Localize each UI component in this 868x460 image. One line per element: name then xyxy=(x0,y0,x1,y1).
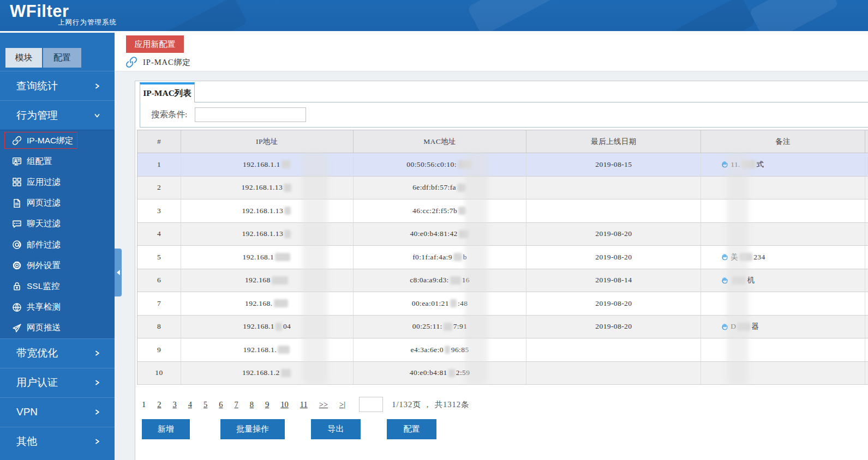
redacted-text xyxy=(278,346,290,354)
column-header: # xyxy=(137,130,181,153)
page-link-7[interactable]: 7 xyxy=(235,400,238,409)
cell-ip-address: 192.168.104 xyxy=(181,316,354,338)
cell-mac-address: 00:50:56:c0:10: xyxy=(354,153,527,176)
cell-mac-address: c8:0a:a9:d3:16 xyxy=(354,269,527,292)
cell-index: 10 xyxy=(137,362,181,385)
chevron-right-icon xyxy=(94,350,100,356)
redacted-text xyxy=(453,253,462,261)
sidebar-section-VPN[interactable]: VPN xyxy=(0,397,115,427)
hand-icon xyxy=(721,323,729,331)
cell-last-online-date: 2019-08-20 xyxy=(526,223,701,246)
page-link-5[interactable]: 5 xyxy=(203,400,207,409)
sidebar-item-网页过滤[interactable]: 网页过滤 xyxy=(0,193,115,214)
cell-remark xyxy=(701,199,865,222)
table-row[interactable]: 9192.168.1.e4:3a:6e:096:85 xyxy=(137,338,868,362)
sidebar-section-行为管理[interactable]: 行为管理 xyxy=(0,100,115,130)
table-row[interactable]: 1192.168.1.100:50:56:c0:10:2019-08-1511.… xyxy=(137,153,868,177)
redacted-text xyxy=(458,207,466,215)
page-link-11[interactable]: 11 xyxy=(300,400,308,409)
redacted-text xyxy=(284,184,291,192)
keyboard-deco xyxy=(673,0,756,31)
sidebar-item-共享检测[interactable]: 共享检测 xyxy=(0,297,115,318)
redacted-text xyxy=(445,346,450,354)
ip-mac-table: #IP地址MAC地址最后上线日期备注1192.168.1.100:50:56:c… xyxy=(137,130,868,385)
redacted-text xyxy=(272,276,288,285)
sidebar-tab-模块[interactable]: 模块 xyxy=(5,48,42,68)
redacted-text xyxy=(275,253,290,261)
cell-text: 192.168.1.2 xyxy=(242,368,280,377)
sidebar-item-应用过滤[interactable]: 应用过滤 xyxy=(0,172,115,192)
page-link-6[interactable]: 6 xyxy=(219,400,223,409)
redacted-text xyxy=(457,184,466,192)
chevron-down-icon xyxy=(94,112,100,119)
cell-text: 96:85 xyxy=(451,346,469,354)
sidebar-item-例外设置[interactable]: 例外设置 xyxy=(0,255,115,276)
cell-last-online-date: 2019-08-20 xyxy=(526,316,701,338)
cell-ip-address: 192.168.1 xyxy=(181,246,354,269)
table-row[interactable]: 4192.168.1.1340:e0:b4:81:422019-08-20 xyxy=(137,223,868,246)
sidebar-tab-配置[interactable]: 配置 xyxy=(43,48,81,68)
column-header xyxy=(865,130,868,153)
cell-text: 40:e0:b4:81:42 xyxy=(410,229,457,238)
cell-extra xyxy=(865,246,868,269)
cell-extra xyxy=(865,153,868,176)
sidebar-section-其他[interactable]: 其他 xyxy=(0,427,115,456)
redacted-text xyxy=(741,160,756,168)
redacted-text xyxy=(284,207,291,215)
action-button-配置[interactable]: 配置 xyxy=(387,419,436,439)
redacted-text xyxy=(284,230,291,238)
cell-extra xyxy=(865,269,868,292)
chevron-right-icon xyxy=(94,83,100,89)
table-row[interactable]: 8192.168.10400:25:11:7:912019-08-20D器 xyxy=(137,316,868,339)
sidebar-section-查询统计[interactable]: 查询统计 xyxy=(0,71,115,100)
app-header: WFilter 上网行为管理系统 xyxy=(0,0,868,31)
next-pages-button[interactable]: >> xyxy=(319,400,328,409)
sidebar-item-SSL监控[interactable]: SSL监控 xyxy=(0,276,115,296)
cell-text: 40:e0:b4:81 xyxy=(410,368,447,377)
topbar: 应用新配置 IP-MAC绑定 xyxy=(115,31,868,71)
sidebar-section-带宽优化[interactable]: 带宽优化 xyxy=(0,338,115,368)
apply-config-button[interactable]: 应用新配置 xyxy=(126,35,184,53)
table-row[interactable]: 7192.168.00:ea:01:21:482019-08-20 xyxy=(137,292,868,316)
sidebar-item-组配置[interactable]: 组配置 xyxy=(0,151,115,172)
action-button-导出[interactable]: 导出 xyxy=(311,419,361,439)
sidebar-item-邮件过滤[interactable]: 邮件过滤 xyxy=(0,234,115,255)
cell-mac-address: 40:e0:b4:812:59 xyxy=(354,362,527,385)
sidebar-item-网页推送[interactable]: 网页推送 xyxy=(0,318,115,338)
redacted-text xyxy=(737,323,750,331)
sidebar-section-label: 查询统计 xyxy=(16,79,58,93)
page-link-3[interactable]: 3 xyxy=(173,400,177,409)
page-link-8[interactable]: 8 xyxy=(250,400,254,409)
page-link-9[interactable]: 9 xyxy=(265,400,269,409)
sidebar-item-IP-MAC绑定[interactable]: IP-MAC绑定 xyxy=(0,130,115,151)
cell-remark: 美234 xyxy=(701,246,865,269)
page-link-4[interactable]: 4 xyxy=(188,400,192,409)
cell-text: 美 xyxy=(731,252,738,262)
cell-ip-address: 192.168.1. xyxy=(181,338,354,361)
main-content: 应用新配置 IP-MAC绑定 IP-MAC列表 搜索条件: #IP地址MAC地址… xyxy=(115,31,868,460)
page-jump-input[interactable] xyxy=(359,397,383,412)
cell-text: 2:59 xyxy=(456,368,470,377)
cell-text: 192.168 xyxy=(245,276,271,285)
cell-ip-address: 192.168 xyxy=(181,269,354,292)
action-button-新增[interactable]: 新增 xyxy=(142,419,190,439)
redacted-text xyxy=(444,323,452,331)
last-page-button[interactable]: >| xyxy=(339,400,345,409)
tab-ip-mac-list[interactable]: IP-MAC列表 xyxy=(140,82,195,102)
table-row[interactable]: 2192.168.1.136e:df:bf:57:fa xyxy=(137,177,868,200)
action-button-批量操作[interactable]: 批量操作 xyxy=(220,419,285,439)
table-row[interactable]: 10192.168.1.240:e0:b4:812:59 xyxy=(137,362,868,385)
sidebar-section-用户认证[interactable]: 用户认证 xyxy=(0,368,115,397)
page-link-10[interactable]: 10 xyxy=(280,400,289,409)
cell-mac-address: 46:cc:2f:f5:7b xyxy=(354,199,527,222)
table-row[interactable]: 3192.168.1.1346:cc:2f:f5:7b xyxy=(137,199,868,223)
page-link-2[interactable]: 2 xyxy=(157,400,161,409)
cell-mac-address: 6e:df:bf:57:fa xyxy=(354,177,527,199)
hand-icon xyxy=(721,276,729,285)
sidebar-item-聊天过滤[interactable]: 聊天过滤 xyxy=(0,214,115,234)
search-input[interactable] xyxy=(195,107,306,122)
redacted-text xyxy=(450,299,457,307)
table-row[interactable]: 5192.168.1f0:1f:af:4a:9b2019-08-20美234 xyxy=(137,246,868,269)
cell-text: 00:50:56:c0:10: xyxy=(406,160,457,169)
table-row[interactable]: 6192.168c8:0a:a9:d3:162019-08-14机 xyxy=(137,269,868,293)
